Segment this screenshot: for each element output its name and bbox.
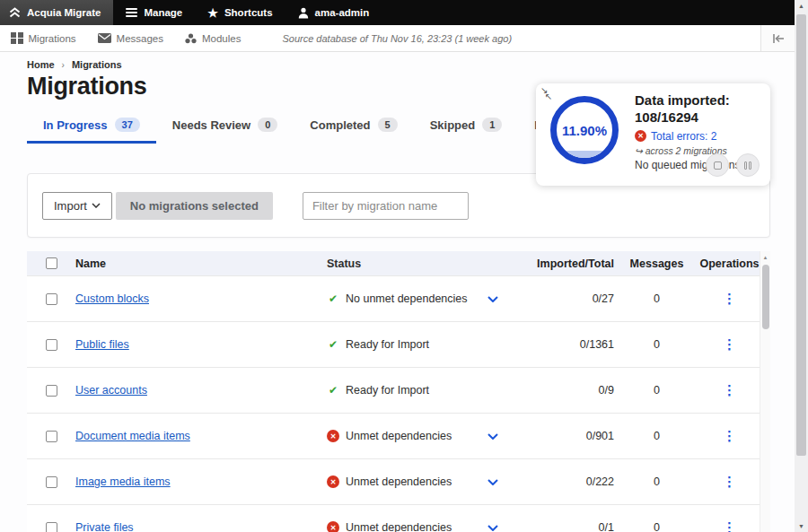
import-progress-card: ↘ ↖ 11.90% Data imported: 108/16294 ✕ To… xyxy=(536,83,770,186)
brand-label: Acquia Migrate xyxy=(27,7,101,18)
envelope-icon xyxy=(98,33,111,43)
migration-name-link[interactable]: Public files xyxy=(75,338,129,351)
scroll-up-icon[interactable]: ▲ xyxy=(795,3,808,9)
table-row: Private files ✕ Unmet dependencies 0/1 0… xyxy=(27,504,760,532)
expand-chevron-icon[interactable] xyxy=(487,525,498,531)
table-row: User accounts ✔ Ready for Import 0/9 0 ⋮ xyxy=(27,367,760,413)
page-scrollbar[interactable]: ▲ ▼ xyxy=(795,0,808,532)
table-row: Document media items ✕ Unmet dependencie… xyxy=(27,413,760,458)
scroll-down-icon[interactable]: ▼ xyxy=(795,523,808,529)
collapse-toolbar-button[interactable] xyxy=(760,25,795,51)
bar-arrow-left-icon xyxy=(772,34,785,43)
row-checkbox[interactable] xyxy=(46,339,57,351)
tab-count-badge: 37 xyxy=(115,118,140,132)
admin-bar: Acquia Migrate Manage ★ Shortcuts ama-ad… xyxy=(0,0,795,25)
user-icon xyxy=(298,7,309,19)
tab-completed[interactable]: Completed 5 xyxy=(294,112,413,144)
messages-label: Messages xyxy=(117,33,163,44)
breadcrumb-current-link[interactable]: Migrations xyxy=(72,59,122,70)
breadcrumb-home-link[interactable]: Home xyxy=(27,59,55,70)
toolbar-item-modules[interactable]: Modules xyxy=(174,33,251,44)
table-row: Public files ✔ Ready for Import 0/1361 0… xyxy=(27,321,760,367)
user-label: ama-admin xyxy=(315,7,370,18)
breadcrumb-separator: › xyxy=(62,60,65,70)
messages-cell: 0 xyxy=(614,430,699,442)
row-checkbox[interactable] xyxy=(46,385,57,397)
stop-import-button[interactable] xyxy=(706,153,729,177)
operations-menu-icon[interactable]: ⋮ xyxy=(723,382,736,397)
modules-cluster-icon xyxy=(185,33,197,44)
migration-filter-input[interactable] xyxy=(303,192,469,220)
row-checkbox[interactable] xyxy=(46,293,57,305)
messages-cell: 0 xyxy=(614,384,699,397)
toolbar-item-migrations[interactable]: Migrations xyxy=(0,32,87,45)
row-checkbox[interactable] xyxy=(46,476,57,488)
page-scrollbar-thumb[interactable] xyxy=(796,14,806,456)
imported-total-cell: 0/9 xyxy=(515,384,614,397)
row-checkbox[interactable] xyxy=(46,431,57,442)
tab-in-progress[interactable]: In Progress 37 xyxy=(27,112,156,144)
status-icon: ✕ xyxy=(327,475,339,488)
status-label: Unmet dependencies xyxy=(346,521,452,532)
status-icon: ✕ xyxy=(327,521,339,532)
tab-skipped[interactable]: Skipped 1 xyxy=(414,112,519,144)
expand-chevron-icon[interactable] xyxy=(487,296,498,302)
pause-icon xyxy=(744,161,751,170)
modules-label: Modules xyxy=(202,33,241,44)
toolbar-item-messages[interactable]: Messages xyxy=(87,33,174,44)
select-all-checkbox[interactable] xyxy=(46,257,57,269)
status-icon: ✔ xyxy=(327,292,339,305)
header-operations: Operations xyxy=(699,257,760,270)
brand-acquia-migrate[interactable]: Acquia Migrate xyxy=(0,0,113,25)
collapse-card-icon[interactable]: ↘ ↖ xyxy=(540,87,555,101)
row-checkbox[interactable] xyxy=(46,522,57,532)
operations-menu-icon[interactable]: ⋮ xyxy=(723,474,736,489)
status-icon: ✔ xyxy=(327,384,339,397)
grid-icon xyxy=(11,32,23,45)
migration-name-link[interactable]: Image media items xyxy=(75,475,171,488)
table-scrollbar[interactable]: ▲ xyxy=(760,251,770,532)
expand-chevron-icon[interactable] xyxy=(487,433,498,440)
expand-chevron-icon[interactable] xyxy=(487,479,498,485)
imported-total-cell: 0/1 xyxy=(515,521,614,532)
operations-menu-icon[interactable]: ⋮ xyxy=(723,291,736,306)
user-menu-item[interactable]: ama-admin xyxy=(285,0,382,25)
tab-label: Skipped xyxy=(430,118,476,132)
migration-name-link[interactable]: Custom blocks xyxy=(75,292,149,305)
migration-name-link[interactable]: User accounts xyxy=(75,384,147,397)
header-messages: Messages xyxy=(614,257,699,270)
tab-count-badge: 5 xyxy=(378,118,398,132)
migrations-label: Migrations xyxy=(29,33,76,44)
shortcuts-label: Shortcuts xyxy=(224,7,273,18)
table-header-row: Name Status Imported/Total Messages Oper… xyxy=(27,251,760,275)
double-chevron-up-icon xyxy=(9,7,21,18)
total-errors-link[interactable]: Total errors: 2 xyxy=(651,130,716,143)
imported-total-cell: 0/1361 xyxy=(515,338,614,351)
source-database-note: Source database of Thu Nov 16, 23:23 (1 … xyxy=(282,33,512,44)
tab-count-badge: 0 xyxy=(258,118,277,132)
status-icon: ✔ xyxy=(327,338,339,351)
tab-needs-review[interactable]: Needs Review 0 xyxy=(156,112,294,144)
manage-label: Manage xyxy=(144,7,182,18)
scroll-up-icon[interactable]: ▲ xyxy=(760,255,770,260)
progress-ring: 11.90% xyxy=(550,96,619,164)
migration-name-link[interactable]: Private files xyxy=(75,521,134,532)
progress-percent: 11.90% xyxy=(562,123,607,138)
breadcrumb: Home › Migrations xyxy=(27,59,770,70)
chevron-down-icon xyxy=(92,203,101,208)
status-label: No unmet dependencies xyxy=(346,292,468,305)
operations-menu-icon[interactable]: ⋮ xyxy=(723,336,736,352)
manage-menu-item[interactable]: Manage xyxy=(113,0,195,25)
import-dropdown-button[interactable]: Import xyxy=(42,192,112,220)
operations-menu-icon[interactable]: ⋮ xyxy=(723,519,736,532)
migration-name-link[interactable]: Document media items xyxy=(75,430,190,442)
stop-icon xyxy=(714,161,722,170)
shortcuts-menu-item[interactable]: ★ Shortcuts xyxy=(195,0,285,25)
pause-import-button[interactable] xyxy=(736,153,760,177)
imported-total-cell: 0/901 xyxy=(515,430,614,442)
messages-cell: 0 xyxy=(614,338,699,351)
tab-label: Completed xyxy=(310,118,370,132)
operations-menu-icon[interactable]: ⋮ xyxy=(723,428,736,443)
table-scrollbar-thumb[interactable] xyxy=(762,265,769,329)
secondary-toolbar: Migrations Messages Modules Source datab… xyxy=(0,25,795,52)
